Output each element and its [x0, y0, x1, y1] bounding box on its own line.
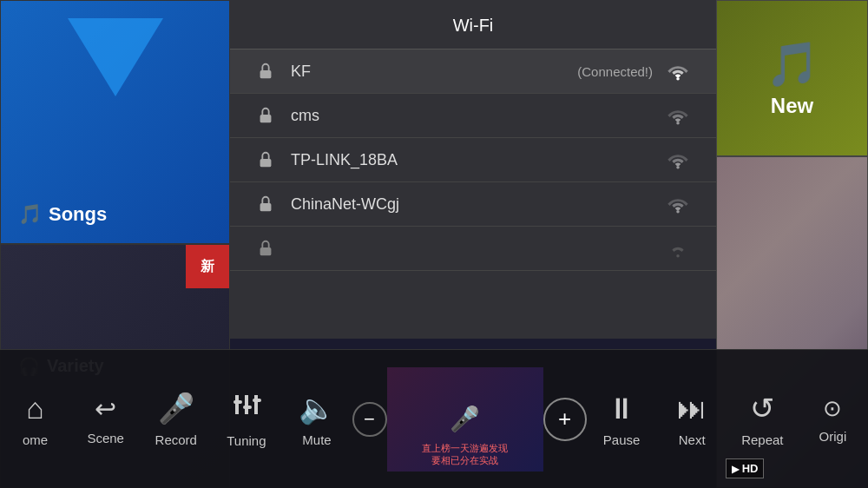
scene-label: Scene — [87, 431, 124, 445]
new-label: New — [771, 94, 813, 118]
mute-button[interactable]: 🔈 Mute — [281, 350, 352, 488]
new-tile[interactable]: 🎵 New — [716, 0, 868, 156]
variety-badge: 新 — [186, 245, 229, 288]
video-preview[interactable]: 🎤 直上榜一天游遍发现 要相已分在实战 — [387, 367, 543, 472]
next-label: Next — [679, 432, 706, 447]
video-subtitle-text: 直上榜一天游遍发现 要相已分在实战 — [391, 442, 539, 467]
wifi-network-item[interactable] — [230, 227, 716, 271]
record-icon: 🎤 — [158, 391, 194, 425]
tuning-label: Tuning — [227, 433, 266, 448]
network-name: TP-LINK_18BA — [291, 151, 666, 169]
svg-rect-8 — [260, 247, 272, 255]
network-name: KF — [291, 63, 577, 81]
pause-label: Pause — [603, 432, 641, 447]
plus-icon: + — [558, 406, 571, 432]
home-icon: ⌂ — [26, 392, 44, 425]
svg-rect-11 — [245, 395, 248, 414]
new-music-icon: 🎵 — [766, 39, 819, 89]
wifi-network-item[interactable]: TP-LINK_18BA — [230, 138, 716, 182]
minus-icon: − — [364, 408, 375, 431]
scene-icon: ↩ — [95, 393, 116, 424]
mute-label: Mute — [302, 432, 331, 447]
wifi-network-list: KF (Connected!) cms — [230, 49, 716, 271]
connected-label: (Connected!) — [577, 64, 653, 79]
home-label: ome — [23, 432, 48, 447]
wifi-signal-icon — [666, 150, 690, 169]
tuning-button[interactable]: Tuning — [211, 350, 281, 488]
volume-down-button[interactable]: − — [352, 402, 387, 437]
wifi-signal-icon — [666, 62, 690, 81]
triangle-decoration — [68, 18, 163, 96]
svg-point-1 — [676, 77, 680, 81]
svg-rect-12 — [254, 395, 258, 414]
pause-icon: ⏸ — [607, 392, 636, 425]
mute-icon: 🔈 — [299, 391, 335, 425]
volume-up-button[interactable]: + — [543, 398, 587, 441]
scene-button[interactable]: ↩ Scene — [70, 350, 141, 488]
wifi-panel: Wi-Fi KF (Connected!) cms — [230, 0, 716, 339]
orig-icon: ⊙ — [823, 395, 842, 422]
svg-point-3 — [676, 122, 680, 125]
singer-figure-icon: 🎤 — [450, 405, 480, 433]
wifi-title: Wi-Fi — [230, 0, 716, 49]
lock-icon — [256, 106, 275, 125]
tuning-icon — [232, 390, 261, 426]
hd-badge: ▶ HD — [726, 458, 764, 478]
network-name: cms — [291, 107, 666, 125]
songs-tile[interactable]: 🎵 Songs — [0, 0, 230, 244]
network-name: ChinaNet-WCgj — [291, 195, 666, 214]
wifi-signal-icon — [666, 195, 690, 214]
svg-rect-10 — [235, 395, 239, 414]
svg-point-7 — [676, 210, 680, 214]
wifi-network-item[interactable]: cms — [230, 94, 716, 138]
lock-icon — [256, 195, 275, 214]
record-button[interactable]: 🎤 Record — [141, 350, 211, 488]
svg-rect-0 — [260, 70, 272, 78]
svg-rect-13 — [233, 400, 242, 404]
orig-label: Origi — [819, 429, 847, 444]
svg-point-5 — [676, 166, 680, 169]
next-button[interactable]: ⏭ Next — [657, 350, 727, 488]
music-icon: 🎵 — [18, 203, 42, 226]
lock-icon — [256, 150, 275, 169]
repeat-icon: ↺ — [750, 391, 774, 425]
orig-button[interactable]: ⊙ Origi — [798, 350, 868, 488]
svg-rect-2 — [260, 115, 272, 122]
svg-point-9 — [676, 254, 680, 258]
wifi-signal-icon-low — [666, 239, 690, 258]
wifi-signal-icon — [666, 106, 690, 125]
home-button[interactable]: ⌂ ome — [0, 350, 70, 488]
lock-icon — [256, 62, 275, 81]
songs-label: 🎵 Songs — [18, 203, 107, 226]
svg-rect-6 — [260, 203, 272, 211]
wifi-network-item[interactable]: KF (Connected!) — [230, 49, 716, 94]
svg-rect-14 — [243, 406, 252, 409]
next-icon: ⏭ — [677, 392, 707, 425]
record-label: Record — [155, 432, 197, 447]
svg-rect-4 — [260, 159, 272, 167]
wifi-network-item[interactable]: ChinaNet-WCgj — [230, 182, 716, 227]
pause-button[interactable]: ⏸ Pause — [587, 350, 657, 488]
svg-rect-15 — [253, 399, 261, 402]
lock-icon — [256, 239, 275, 258]
repeat-label: Repeat — [741, 432, 783, 447]
